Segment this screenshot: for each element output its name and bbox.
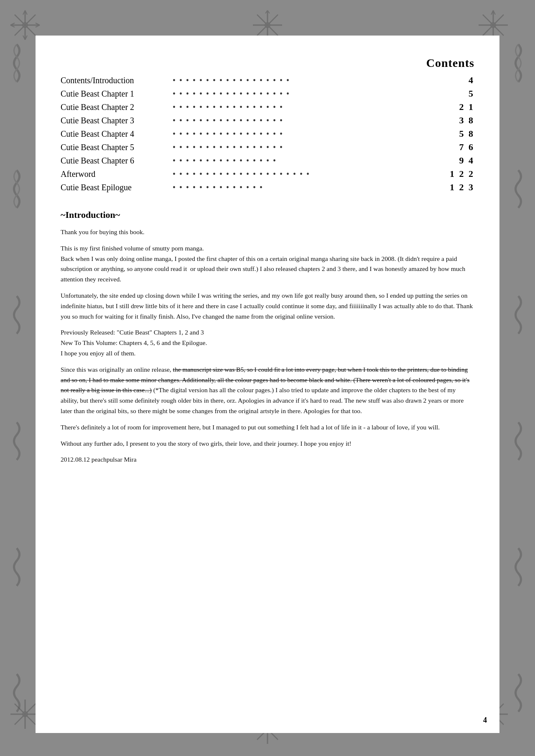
- intro-para-5: Since this was originally an online rele…: [61, 365, 474, 416]
- page-number: 4: [483, 716, 487, 725]
- toc-dots-3: • • • • • • • • • • • • • • • • •: [173, 116, 450, 125]
- toc-label-7: Afterword: [61, 169, 169, 179]
- toc-label-2: Cutie Beast Chapter 2: [61, 102, 169, 112]
- deco-left-border: [0, 0, 33, 756]
- intro-para-2: This is my first finished volume of smut…: [61, 243, 474, 285]
- toc-page-5: 7 6: [453, 142, 474, 153]
- toc-dots-1: • • • • • • • • • • • • • • • • • •: [173, 89, 450, 99]
- toc-row-2: Cutie Beast Chapter 2 • • • • • • • • • …: [61, 102, 474, 112]
- toc-row-6: Cutie Beast Chapter 6 • • • • • • • • • …: [61, 155, 474, 166]
- toc-label-0: Contents/Introduction: [61, 76, 169, 85]
- toc-row-3: Cutie Beast Chapter 3 • • • • • • • • • …: [61, 115, 474, 126]
- intro-para-7: Without any further ado, I present to yo…: [61, 439, 474, 449]
- main-page: Contents Contents/Introduction • • • • •…: [36, 36, 499, 733]
- toc-dots-8: • • • • • • • • • • • • • •: [173, 183, 446, 192]
- toc-row-0: Contents/Introduction • • • • • • • • • …: [61, 75, 474, 86]
- intro-para-3: Unfortunately, the site ended up closing…: [61, 291, 474, 322]
- strikethrough-text: the manuscript size was B5, so I could f…: [61, 366, 469, 394]
- toc-dots-4: • • • • • • • • • • • • • • • • •: [173, 129, 450, 139]
- toc-page-6: 9 4: [453, 155, 474, 166]
- toc-dots-6: • • • • • • • • • • • • • • • •: [173, 156, 450, 166]
- toc-dots-0: • • • • • • • • • • • • • • • • • •: [173, 76, 450, 85]
- intro-para-6: There's definitely a lot of room for imp…: [61, 422, 474, 433]
- contents-title: Contents: [61, 56, 474, 70]
- toc-page-2: 2 1: [453, 102, 474, 112]
- toc-page-4: 5 8: [453, 128, 474, 139]
- intro-para-1: Thank you for buying this book.: [61, 227, 474, 238]
- toc-label-3: Cutie Beast Chapter 3: [61, 116, 169, 125]
- contents-section: Contents Contents/Introduction • • • • •…: [61, 56, 474, 193]
- toc-page-3: 3 8: [453, 115, 474, 126]
- toc-label-1: Cutie Beast Chapter 1: [61, 89, 169, 99]
- deco-right-border: [502, 0, 535, 756]
- toc-page-0: 4: [453, 75, 474, 86]
- toc-row-7: Afterword • • • • • • • • • • • • • • • …: [61, 169, 474, 179]
- toc-label-5: Cutie Beast Chapter 5: [61, 143, 169, 152]
- intro-para-4: Previously Released: "Cutie Beast" Chapt…: [61, 327, 474, 358]
- intro-signature: 2012.08.12 peachpulsar Mira: [61, 455, 474, 465]
- toc-page-8: 1 2 3: [450, 182, 474, 193]
- toc-row-5: Cutie Beast Chapter 5 • • • • • • • • • …: [61, 142, 474, 153]
- toc-row-1: Cutie Beast Chapter 1 • • • • • • • • • …: [61, 88, 474, 99]
- toc-dots-2: • • • • • • • • • • • • • • • • •: [173, 102, 450, 112]
- toc-label-8: Cutie Beast Epilogue: [61, 183, 169, 192]
- toc-dots-7: • • • • • • • • • • • • • • • • • • • • …: [173, 169, 446, 179]
- toc-page-7: 1 2 2: [450, 169, 474, 179]
- introduction-heading: ~Introduction~: [61, 209, 474, 220]
- toc-label-4: Cutie Beast Chapter 4: [61, 129, 169, 139]
- introduction-section: ~Introduction~ Thank you for buying this…: [61, 209, 474, 465]
- toc-dots-5: • • • • • • • • • • • • • • • • •: [173, 143, 450, 152]
- toc-row-4: Cutie Beast Chapter 4 • • • • • • • • • …: [61, 128, 474, 139]
- toc-row-8: Cutie Beast Epilogue • • • • • • • • • •…: [61, 182, 474, 193]
- toc-label-6: Cutie Beast Chapter 6: [61, 156, 169, 166]
- toc-page-1: 5: [453, 88, 474, 99]
